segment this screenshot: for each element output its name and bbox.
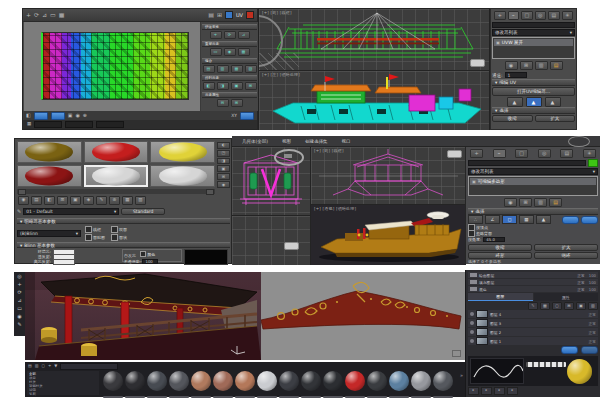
- utilities-tab-icon[interactable]: ✳: [583, 149, 596, 158]
- configure-modifier-icon[interactable]: ▤: [550, 61, 563, 70]
- grow-button[interactable]: 扩大: [534, 244, 598, 251]
- material-thumb[interactable]: [257, 371, 277, 398]
- grow-button[interactable]: 扩大: [535, 115, 576, 122]
- rotate-icon[interactable]: ⟳: [34, 12, 39, 18]
- create-tab-icon[interactable]: +: [470, 149, 483, 158]
- reshape-grid-icon[interactable]: ▦: [238, 48, 250, 56]
- uv-edge-mode-button[interactable]: [51, 112, 65, 120]
- scroll-left-button[interactable]: [18, 189, 26, 195]
- scale-icon[interactable]: ⊿: [42, 12, 47, 18]
- mirror-icon[interactable]: ▦: [59, 12, 65, 18]
- backlight-icon[interactable]: ◳: [217, 150, 230, 157]
- eyedropper-tool-icon[interactable]: ◉: [17, 314, 21, 319]
- material-slot[interactable]: [17, 165, 82, 187]
- material-thumb[interactable]: [433, 371, 453, 398]
- get-material-icon[interactable]: ◉: [18, 196, 29, 205]
- opacity-field[interactable]: 100: [142, 259, 158, 264]
- add-paint-layer-icon[interactable]: ✎: [528, 302, 538, 310]
- coord-w-field[interactable]: [96, 121, 124, 128]
- scale-tool-icon[interactable]: ⊿: [17, 298, 21, 303]
- material-thumb[interactable]: [169, 371, 189, 398]
- hierarchy-tab-icon[interactable]: □: [521, 11, 533, 20]
- material-thumb[interactable]: [235, 371, 255, 398]
- prop-tab-icon[interactable]: ▸: [468, 387, 479, 395]
- rollout-selection[interactable]: ▾选择: [492, 107, 575, 114]
- visibility-icon[interactable]: [470, 339, 474, 343]
- elemprop-plus-icon[interactable]: ⊞: [231, 99, 243, 107]
- rollout-selection[interactable]: ▾选择: [468, 208, 598, 215]
- menu-viewport[interactable]: 视口: [342, 139, 351, 144]
- options-icon[interactable]: ◉: [217, 181, 230, 188]
- material-thumb[interactable]: [345, 371, 365, 398]
- slider-metallic[interactable]: 金属度: [468, 395, 598, 397]
- material-slot-selected[interactable]: [84, 165, 149, 187]
- wire-checkbox[interactable]: 线框: [85, 226, 105, 233]
- viewport-front-wireframe[interactable]: [+] [前] [线框]: [259, 9, 489, 70]
- coord-v-field[interactable]: [65, 121, 93, 128]
- uv-grid-toggle-button[interactable]: [240, 112, 254, 120]
- rollout-blinn-basic[interactable]: ▾Blinn 基本参数: [17, 242, 230, 248]
- viewport-perspective-boat[interactable]: [+] [透视] [明暗处理]: [310, 204, 466, 265]
- rollout-edit-uv[interactable]: ▾编辑 UV: [492, 79, 575, 86]
- shader-type-dropdown[interactable]: (B)Blinn▾: [17, 230, 81, 237]
- motion-tab-icon[interactable]: ◎: [535, 11, 547, 20]
- loop-button[interactable]: 循环: [534, 252, 598, 259]
- edge-subobject-icon[interactable]: ▲: [526, 97, 542, 107]
- camera-tool-icon[interactable]: ◎: [17, 274, 21, 279]
- visibility-icon[interactable]: [470, 321, 474, 325]
- layer-row[interactable]: 图层 1正常: [468, 337, 598, 345]
- material-type-button[interactable]: Standard: [121, 208, 165, 215]
- video-check-icon[interactable]: ⊞: [217, 173, 230, 180]
- ring-button[interactable]: 环形: [468, 252, 532, 259]
- viewport-slider-handle[interactable]: [470, 59, 485, 67]
- curve-editor[interactable]: [470, 358, 524, 384]
- object-name-field[interactable]: [468, 160, 586, 166]
- loop-select-icon[interactable]: ⊕: [83, 113, 87, 118]
- viewport-empty-grid[interactable]: [232, 215, 310, 265]
- uv-canvas[interactable]: [24, 22, 201, 111]
- visibility-icon[interactable]: [470, 312, 474, 316]
- lock-icon[interactable]: ▦: [27, 122, 31, 127]
- reset-map-icon[interactable]: ⊞: [57, 196, 68, 205]
- display-tab-icon[interactable]: ▤: [560, 149, 573, 158]
- snap-pixel-icon[interactable]: ⊞: [217, 12, 222, 18]
- stack-item-unwrap-uvw[interactable]: ▣ UVW 展开: [494, 39, 573, 46]
- elemprop-minus-icon[interactable]: ⊟: [217, 99, 229, 107]
- edge-subobject-icon[interactable]: ∠: [485, 215, 500, 224]
- stack-item-editable-poly[interactable]: ▣ 可编辑多边形: [470, 178, 596, 185]
- layer-row[interactable]: 图层 3正常: [468, 319, 598, 327]
- shrink-button[interactable]: 收缩: [492, 115, 533, 122]
- viewport-3d-textured-boat[interactable]: [25, 272, 261, 360]
- arrange-rotate-icon[interactable]: ▣: [231, 82, 243, 90]
- layer-row[interactable]: 图层 4正常: [468, 310, 598, 318]
- pin-stack-icon[interactable]: ◉: [505, 61, 518, 70]
- material-slot[interactable]: [150, 165, 215, 187]
- map-channel-field[interactable]: 1: [505, 72, 527, 78]
- put-material-icon[interactable]: ▤: [31, 196, 42, 205]
- shelf-view-list-icon[interactable]: ▥: [35, 364, 39, 368]
- channel-row[interactable]: 填充图层 正常100: [468, 279, 598, 285]
- tab-properties[interactable]: 属性: [534, 293, 599, 301]
- add-mask-icon[interactable]: ◻: [552, 302, 562, 310]
- material-thumb[interactable]: [367, 371, 387, 398]
- border-subobject-icon[interactable]: ◻: [502, 215, 517, 224]
- shelf-category-brushes[interactable]: 笔刷: [29, 392, 97, 396]
- object-color-swatch[interactable]: [588, 159, 598, 167]
- tiling-icon[interactable]: ▣: [217, 165, 230, 172]
- preview-toggle-b[interactable]: [581, 216, 598, 224]
- snap-grid-icon[interactable]: ▤: [208, 12, 214, 18]
- marquee-tool-icon[interactable]: ▭: [17, 306, 22, 311]
- filter-funnel-icon[interactable]: ▼: [54, 364, 57, 368]
- material-thumb[interactable]: [125, 371, 145, 398]
- named-selection-dropdown[interactable]: 创建选择集: [305, 139, 328, 144]
- polygon-subobject-icon[interactable]: ▲: [545, 97, 561, 107]
- toggle-2d-button[interactable]: [561, 346, 578, 354]
- coord-u-field[interactable]: [34, 121, 62, 128]
- material-thumb[interactable]: [389, 371, 409, 398]
- make-unique-icon[interactable]: ▥: [535, 61, 548, 70]
- add-fill-layer-icon[interactable]: ▦: [540, 302, 550, 310]
- prop-tab-icon[interactable]: ▸: [507, 387, 518, 395]
- reshape-relax-icon[interactable]: ▭: [210, 48, 222, 56]
- viewport-2d-texture[interactable]: [261, 272, 465, 360]
- modifier-list-dropdown[interactable]: 修改器列表▾: [468, 168, 598, 175]
